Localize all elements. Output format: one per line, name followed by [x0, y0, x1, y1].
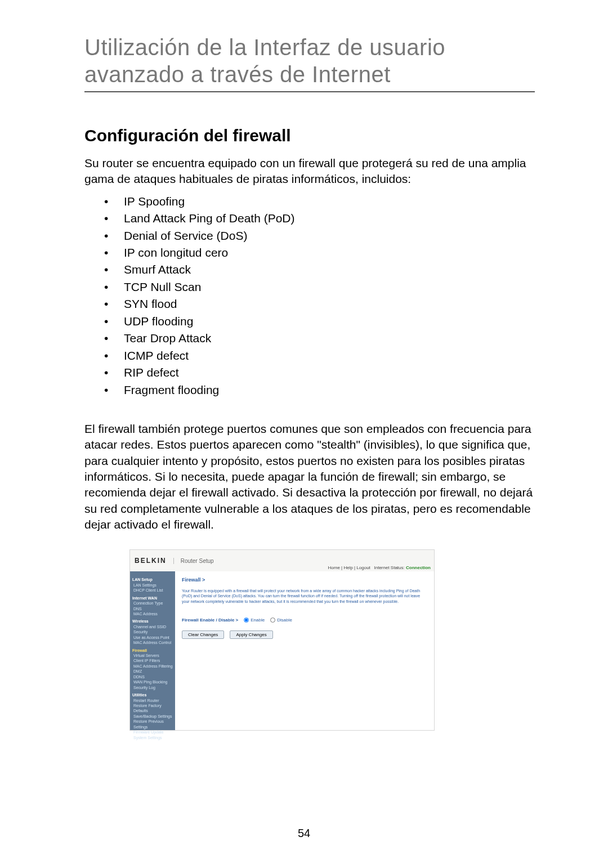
list-item: TCP Null Scan [84, 279, 535, 296]
sidebar-item[interactable]: Channel and SSID [132, 624, 173, 629]
list-item: Denial of Service (DoS) [84, 227, 535, 244]
link-home[interactable]: Home [328, 565, 340, 570]
list-item: Land Attack Ping of Death (PoD) [84, 210, 535, 227]
sidebar-item[interactable]: DNS [132, 606, 173, 611]
top-links: Home | Help | Logout Internet Status: Co… [328, 565, 431, 570]
radio-disable[interactable]: Disable [270, 618, 292, 623]
list-item: Smurf Attack [84, 261, 535, 278]
status-value: Connection [406, 565, 431, 570]
sidebar-group: LAN Setup [132, 577, 173, 582]
sidebar-item[interactable]: Security [132, 629, 173, 634]
list-item: UDP flooding [84, 313, 535, 330]
radio-enable-text: Enable [251, 618, 265, 623]
sidebar-item[interactable]: Restore Factory Defaults [132, 703, 173, 714]
sidebar-item[interactable]: MAC Address Filtering [132, 664, 173, 669]
status-label: Internet Status: [374, 565, 405, 570]
link-help[interactable]: Help [343, 565, 352, 570]
brand-logo: BELKIN [135, 557, 167, 565]
apply-button[interactable]: Apply Changes [230, 630, 272, 639]
sidebar-item[interactable]: LAN Settings [132, 583, 173, 588]
list-item: RIP defect [84, 364, 535, 381]
list-item: ICMP defect [84, 347, 535, 364]
list-item: IP con longitud cero [84, 244, 535, 261]
sidebar-item[interactable]: Use as Access Point [132, 635, 173, 640]
sidebar-item[interactable]: DDNS [132, 674, 173, 679]
sidebar-item[interactable]: DMZ [132, 669, 173, 674]
sidebar-item[interactable]: Virtual Servers [132, 653, 173, 658]
intro-paragraph: Su router se encuentra equipado con un f… [84, 155, 535, 187]
radio-disable-input[interactable] [270, 618, 275, 623]
sidebar-item[interactable]: DHCP Client List [132, 588, 173, 593]
radio-disable-text: Disable [277, 618, 292, 623]
sidebar-group: Wireless [132, 619, 173, 624]
router-subtitle: Router Setup [173, 558, 214, 564]
breadcrumb: Firewall > [182, 577, 427, 583]
sidebar-item[interactable]: MAC Address [132, 611, 173, 616]
radio-enable-input[interactable] [244, 618, 249, 623]
firewall-desc: Your Router is equipped with a firewall … [182, 588, 424, 603]
clear-button[interactable]: Clear Changes [182, 630, 224, 639]
sidebar-item[interactable]: Save/Backup Settings [132, 714, 173, 719]
sidebar-item[interactable]: WAN Ping Blocking [132, 679, 173, 684]
sidebar-group: Utilities [132, 692, 173, 697]
list-item: SYN flood [84, 296, 535, 312]
section-heading: Configuración del firewall [84, 126, 535, 145]
sidebar-item[interactable]: Client IP Filters [132, 658, 173, 663]
sidebar-item[interactable]: System Settings [132, 735, 173, 740]
desc-paragraph: El firewall también protege puertos comu… [84, 421, 535, 533]
sidebar-item[interactable]: Restart Router [132, 698, 173, 703]
list-item: Tear Drop Attack [84, 330, 535, 347]
attack-list: IP Spoofing Land Attack Ping of Death (P… [84, 193, 535, 399]
page-title: Utilización de la Interfaz de usuario av… [84, 34, 535, 92]
link-logout[interactable]: Logout [356, 565, 370, 570]
list-item: Fragment flooding [84, 382, 535, 399]
sidebar-item[interactable]: Security Log [132, 685, 173, 690]
sidebar-item[interactable]: Restore Previous Settings [132, 719, 173, 730]
toggle-label: Firewall Enable / Disable > [182, 618, 238, 623]
sidebar-item[interactable]: MAC Address Control [132, 640, 173, 645]
sidebar-item[interactable]: Connection Type [132, 601, 173, 606]
router-screenshot: BELKIN Router Setup Home | Help | Logout… [129, 549, 435, 731]
page-number: 54 [0, 827, 608, 840]
sidebar-group-selected[interactable]: Firewall [132, 648, 173, 653]
sidebar-group: Internet WAN [132, 596, 173, 601]
sidebar-item[interactable]: Firmware Update [132, 730, 173, 735]
list-item: IP Spoofing [84, 193, 535, 210]
router-sidebar: LAN Setup LAN Settings DHCP Client List … [130, 571, 175, 730]
radio-enable[interactable]: Enable [244, 618, 265, 623]
